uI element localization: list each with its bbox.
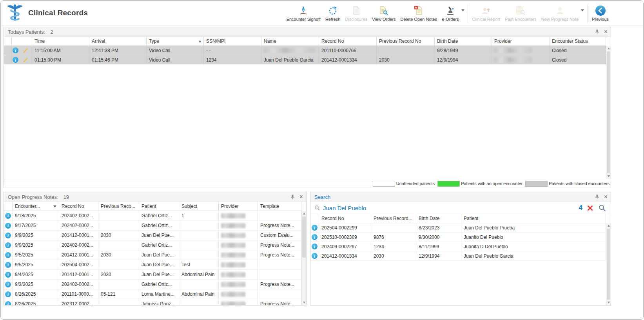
scroll-up-icon[interactable]: [302, 211, 306, 216]
info-icon[interactable]: i: [5, 223, 11, 229]
vertical-scrollbar[interactable]: [606, 223, 611, 305]
info-icon[interactable]: i: [5, 272, 11, 278]
column-header-icon[interactable]: [4, 202, 13, 211]
clear-search-button[interactable]: [587, 205, 593, 211]
search-title: Search: [314, 194, 330, 200]
progress-note-row[interactable]: i9/3/2025202402-0002...Gabriel Ortiz...P…: [4, 280, 301, 289]
pin-icon[interactable]: [595, 195, 599, 199]
column-header-subject[interactable]: Subject: [179, 202, 219, 211]
search-result-row[interactable]: i202510-000230998769/30/2000Juanito Del …: [310, 233, 606, 242]
column-header-type[interactable]: Type▲: [147, 37, 204, 45]
column-header-encounter[interactable]: Encounter...: [13, 202, 59, 211]
progress-note-row[interactable]: i8/26/2025201101-0000...05-121Lorna Mart…: [4, 289, 301, 299]
info-icon[interactable]: i: [5, 262, 11, 268]
cell-arrival: 01:15:46 PM: [89, 55, 147, 64]
info-icon[interactable]: i: [5, 252, 11, 258]
column-header-provider[interactable]: Provider: [219, 202, 258, 211]
encounter-status-legend: Unattended patientsPatients with an open…: [4, 179, 611, 188]
patient-search-input[interactable]: Juan Del Pueblo 4: [310, 202, 611, 214]
column-header-patient[interactable]: Patient: [461, 214, 606, 223]
search-result-row[interactable]: i201412-0001334203012/9/1994Juan Del Pue…: [310, 251, 606, 261]
search-result-row[interactable]: i202504-00022998/23/2023Juan Del Pueblo …: [310, 223, 606, 233]
info-icon[interactable]: i: [5, 301, 11, 305]
pin-icon[interactable]: [595, 29, 599, 34]
progress-note-row[interactable]: i9/5/2025202504-0002...Juan Del Pue...Te…: [4, 260, 301, 270]
toolbar-button-e-orders[interactable]: e-Orders: [439, 3, 461, 22]
close-icon[interactable]: ×: [604, 29, 608, 35]
progress-note-row[interactable]: i9/17/2025202402-0002...Gabriel Ortiz...…: [4, 221, 301, 231]
progress-note-row[interactable]: i8/26/2025202312-0002...Jahnissi Gonz...…: [4, 299, 301, 305]
info-icon[interactable]: i: [312, 253, 317, 259]
column-header-previous-record[interactable]: Previous Record...: [371, 214, 416, 223]
scroll-up-icon[interactable]: [606, 223, 611, 228]
column-header-record-no[interactable]: Record No: [59, 202, 98, 211]
info-icon[interactable]: i: [5, 233, 11, 238]
legend-label: Unattended patients: [396, 181, 435, 186]
progress-note-row[interactable]: i9/9/2025202402-0002...Gabriel Ortiz...P…: [4, 240, 301, 250]
search-button[interactable]: [599, 204, 606, 212]
cell-birth_date: 9/30/2000: [416, 233, 461, 242]
info-icon[interactable]: i: [312, 244, 317, 249]
info-icon[interactable]: i: [13, 57, 18, 63]
close-icon[interactable]: ×: [604, 194, 608, 200]
progress-note-row[interactable]: i9/18/2025202402-0002...Gabriel Ortiz...…: [4, 211, 301, 221]
scroll-down-icon[interactable]: [606, 174, 611, 179]
column-header-ssn-mpi[interactable]: SSN/MPI: [204, 37, 261, 45]
info-icon[interactable]: i: [312, 225, 317, 231]
cell-subject: [179, 299, 219, 305]
progress-note-row[interactable]: i9/4/2025201412-0001...2030Juan Del Pue.…: [4, 270, 301, 280]
chevron-down-icon[interactable]: [461, 9, 464, 11]
column-header-time[interactable]: Time: [32, 37, 89, 45]
toolbar-button-previous[interactable]: Previous: [590, 3, 611, 22]
toolbar-button-label: Disclosures: [345, 17, 367, 22]
scrollbar-thumb[interactable]: [607, 51, 610, 173]
column-header-previous-record-no[interactable]: Previous Record No: [377, 37, 435, 45]
toolbar-button-delete-open-notes[interactable]: Delete Open Notes: [398, 3, 440, 22]
cell-previous_record_no: 2030: [377, 55, 435, 64]
column-header-icon[interactable]: [12, 37, 32, 45]
toolbar-button-view-orders[interactable]: View Orders: [370, 3, 398, 22]
chevron-down-icon[interactable]: [581, 9, 584, 11]
column-header-birth-date[interactable]: Birth Date: [416, 214, 461, 223]
cell-ssn_mpi: - -: [204, 46, 261, 55]
column-header-name[interactable]: Name: [261, 37, 319, 45]
progress-note-row[interactable]: i9/5/2025201412-0001...2030Juan Del Pue.…: [4, 250, 301, 260]
toolbar-button-refresh[interactable]: Refresh: [323, 3, 343, 22]
column-header-record-no[interactable]: Record No: [319, 37, 377, 45]
column-header-provider[interactable]: Provider: [492, 37, 550, 45]
column-header-template[interactable]: Template: [258, 202, 301, 211]
info-icon[interactable]: i: [312, 234, 317, 240]
column-header-encounter-status[interactable]: Encounter Status: [550, 37, 606, 45]
scroll-down-icon[interactable]: [302, 300, 306, 305]
scroll-up-icon[interactable]: [606, 46, 611, 51]
cell-encounter_status: Closed: [550, 55, 606, 64]
column-header-icon[interactable]: [310, 214, 319, 223]
scrollbar-thumb[interactable]: [302, 216, 306, 258]
scrollbar-thumb[interactable]: [607, 229, 610, 300]
search-result-row[interactable]: i202409-000229712348/11/1999Juanita D De…: [310, 242, 606, 251]
filter-dropdown-icon[interactable]: [53, 205, 56, 207]
toolbar-button-encounter-signoff[interactable]: Encounter Signoff: [284, 3, 323, 22]
vertical-scrollbar[interactable]: [301, 211, 306, 305]
info-icon[interactable]: i: [5, 213, 11, 219]
column-header-record-no[interactable]: Record No: [319, 214, 371, 223]
column-header-arrival[interactable]: Arrival: [89, 37, 147, 45]
scroll-down-icon[interactable]: [606, 300, 611, 305]
column-header-patient[interactable]: Patient: [139, 202, 179, 211]
patient-row[interactable]: i11:15:00 AM12:41:38 PMVideo Call- -2011…: [4, 46, 606, 55]
legend-swatch: [525, 181, 548, 187]
vertical-scrollbar[interactable]: [606, 46, 611, 179]
toolbar-button-label: Delete Open Notes: [401, 17, 437, 22]
legend-label: Patients with closed encounters: [549, 181, 610, 186]
column-header-previous-reco[interactable]: Previous Reco...: [98, 202, 139, 211]
info-icon[interactable]: i: [5, 242, 11, 248]
close-icon[interactable]: ×: [299, 194, 303, 200]
column-header-icon[interactable]: [4, 37, 12, 45]
column-header-birth-date[interactable]: Birth Date: [435, 37, 492, 45]
progress-note-row[interactable]: i9/9/2025201412-0001...2030Juan Del Pue.…: [4, 231, 301, 240]
patient-row[interactable]: i01:15:00 PM01:15:46 PMVideo Call1234Jua…: [4, 55, 606, 65]
info-icon[interactable]: i: [5, 282, 11, 287]
info-icon[interactable]: i: [5, 291, 11, 297]
info-icon[interactable]: i: [13, 47, 18, 53]
pin-icon[interactable]: [290, 195, 295, 199]
